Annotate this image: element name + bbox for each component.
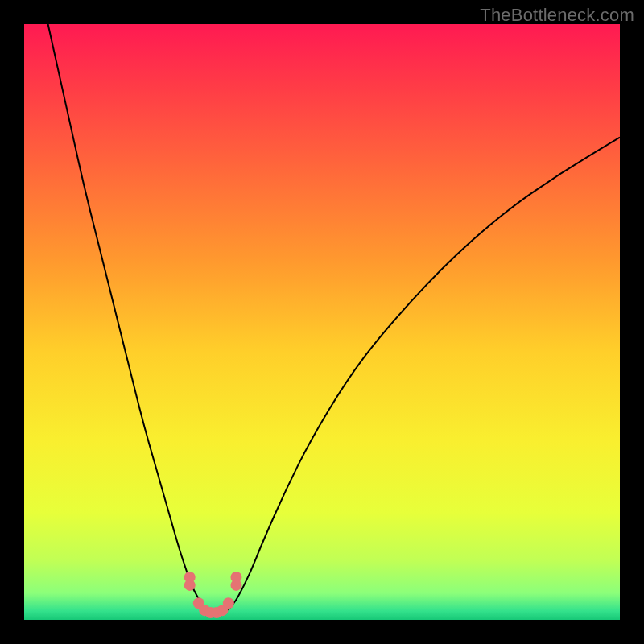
bottleneck-chart <box>24 24 620 620</box>
curve-marker <box>230 580 242 591</box>
curve-marker <box>223 597 234 609</box>
gradient-background <box>24 24 620 620</box>
curve-marker <box>184 580 196 591</box>
chart-frame <box>24 24 620 620</box>
watermark-text: TheBottleneck.com <box>480 5 634 26</box>
